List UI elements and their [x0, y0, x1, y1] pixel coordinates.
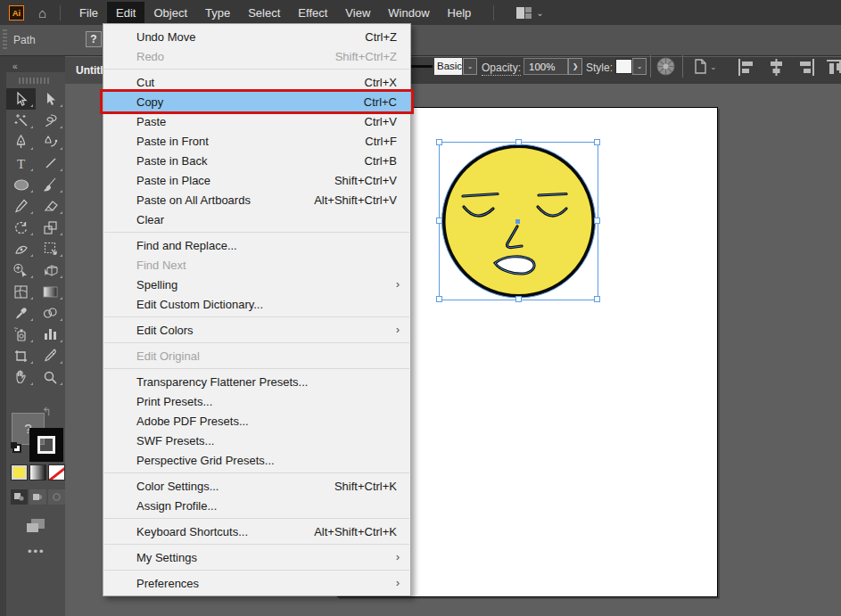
menu-item-paste-on-all-artboards[interactable]: Paste on All ArtboardsAlt+Shift+Ctrl+V — [103, 190, 410, 209]
align-left-icon[interactable] — [738, 59, 754, 76]
none-button[interactable] — [48, 464, 65, 480]
menubar-item-effect[interactable]: Effect — [289, 2, 336, 24]
selection-bounding-box[interactable] — [440, 143, 598, 300]
free-transform-tool[interactable] — [36, 238, 65, 259]
brush-definition-dropdown[interactable]: Basic — [434, 58, 462, 75]
menu-item-paste-in-front[interactable]: Paste in FrontCtrl+F — [103, 131, 410, 151]
menu-item-swf-presets[interactable]: SWF Presets... — [103, 431, 410, 450]
style-dropdown-chevron[interactable]: ⌄ — [632, 58, 647, 75]
home-icon[interactable]: ⌂ — [38, 6, 46, 20]
gradient-button[interactable] — [29, 464, 46, 480]
align-right-icon[interactable] — [798, 59, 815, 76]
vertical-align-center-icon[interactable] — [837, 59, 841, 76]
style-swatch[interactable] — [615, 59, 632, 74]
eraser-tool[interactable] — [36, 195, 65, 217]
menu-item-adobe-pdf-presets[interactable]: Adobe PDF Presets... — [103, 411, 410, 431]
selection-handle[interactable] — [436, 139, 442, 145]
menu-item-keyboard-shortcuts[interactable]: Keyboard Shortcuts...Alt+Shift+Ctrl+K — [103, 522, 410, 541]
lasso-tool[interactable] — [36, 110, 65, 131]
menu-item-paste-in-place[interactable]: Paste in PlaceShift+Ctrl+V — [103, 170, 410, 190]
menubar-item-select[interactable]: Select — [239, 2, 289, 24]
menu-item-clear[interactable]: Clear — [103, 209, 410, 229]
scale-tool[interactable] — [36, 217, 65, 238]
selection-handle[interactable] — [594, 218, 600, 224]
menu-item-color-settings[interactable]: Color Settings...Shift+Ctrl+K — [103, 476, 410, 496]
pen-tool[interactable] — [6, 131, 36, 152]
menu-item-spelling[interactable]: Spelling› — [103, 275, 410, 294]
screen-mode-button[interactable] — [26, 518, 45, 534]
menu-item-preferences[interactable]: Preferences› — [103, 573, 410, 593]
menu-item-my-settings[interactable]: My Settings› — [103, 547, 410, 567]
color-button[interactable] — [11, 464, 28, 480]
artboard-tool[interactable] — [6, 345, 36, 366]
selection-tool[interactable] — [6, 88, 36, 110]
selection-handle[interactable] — [594, 296, 600, 302]
illustrator-logo-icon[interactable]: Ai — [9, 5, 24, 21]
collapse-panel-button[interactable]: « — [12, 62, 17, 71]
menubar-item-file[interactable]: File — [70, 2, 107, 24]
selection-handle[interactable] — [436, 296, 442, 302]
menu-item-copy[interactable]: CopyCtrl+C — [103, 92, 410, 111]
menu-item-find-and-replace[interactable]: Find and Replace... — [103, 235, 410, 255]
mesh-tool[interactable] — [6, 281, 36, 302]
draw-behind-button[interactable] — [29, 489, 46, 505]
magic-wand-tool[interactable] — [6, 110, 36, 131]
selection-handle[interactable] — [515, 296, 522, 302]
recolor-artwork-icon[interactable] — [656, 57, 675, 76]
panel-grip[interactable] — [3, 29, 7, 51]
menu-item-print-presets[interactable]: Print Presets... — [103, 391, 410, 411]
symbol-sprayer-tool[interactable] — [6, 324, 36, 345]
opacity-spinner-button[interactable]: ❯ — [568, 58, 582, 75]
selection-handle[interactable] — [515, 139, 522, 145]
opacity-label[interactable]: Opacity: — [482, 62, 521, 76]
brush-dropdown-chevron[interactable]: ⌄ — [463, 58, 477, 75]
type-tool[interactable]: T — [6, 152, 36, 174]
default-fill-stroke-icon[interactable] — [10, 441, 21, 453]
shape-builder-tool[interactable] — [6, 259, 36, 281]
selection-handle[interactable] — [594, 139, 600, 145]
eyedropper-tool[interactable] — [6, 302, 36, 324]
width-tool[interactable] — [6, 238, 36, 259]
curvature-tool[interactable] — [36, 131, 65, 152]
menu-item-edit-colors[interactable]: Edit Colors› — [103, 320, 410, 340]
menu-item-undo-move[interactable]: Undo MoveCtrl+Z — [103, 27, 410, 46]
paintbrush-tool[interactable] — [36, 174, 65, 195]
menu-item-perspective-grid-presets[interactable]: Perspective Grid Presets... — [103, 450, 410, 470]
help-button[interactable]: ? — [86, 31, 102, 47]
menubar-item-view[interactable]: View — [336, 2, 379, 24]
draw-normal-button[interactable] — [11, 489, 28, 505]
stroke-color-swatch[interactable] — [29, 428, 63, 462]
menu-item-edit-custom-dictionary[interactable]: Edit Custom Dictionary... — [103, 294, 410, 314]
ellipse-tool[interactable] — [6, 174, 36, 195]
perspective-tool[interactable] — [36, 259, 65, 281]
menubar-item-window[interactable]: Window — [379, 2, 438, 24]
zoom-tool[interactable] — [36, 366, 65, 388]
pencil-tool[interactable] — [6, 195, 36, 217]
graph-tool[interactable] — [36, 324, 65, 345]
edit-toolbar-button[interactable]: ••• — [28, 545, 45, 558]
document-setup-button[interactable]: ⌄ — [692, 58, 717, 75]
draw-inside-button[interactable] — [48, 489, 65, 505]
rotate-tool[interactable] — [6, 217, 36, 238]
menu-item-label: Find and Replace... — [136, 239, 397, 252]
opacity-input[interactable]: 100% — [524, 58, 568, 75]
workspace-switcher-button[interactable]: ⌄ — [516, 7, 543, 19]
slice-tool[interactable] — [36, 345, 65, 366]
gradient-tool[interactable] — [36, 281, 65, 302]
menubar-item-object[interactable]: Object — [144, 2, 196, 24]
line-segment-tool[interactable] — [36, 152, 65, 174]
hand-tool[interactable] — [6, 366, 36, 388]
align-center-icon[interactable] — [768, 59, 785, 76]
menu-item-paste[interactable]: PasteCtrl+V — [103, 111, 410, 131]
menu-item-cut[interactable]: CutCtrl+X — [103, 72, 410, 92]
direct-selection-tool[interactable] — [36, 88, 65, 110]
menu-item-assign-profile[interactable]: Assign Profile... — [103, 496, 410, 515]
tools-panel-grip[interactable] — [19, 78, 51, 84]
selection-handle[interactable] — [436, 218, 442, 224]
menu-item-paste-in-back[interactable]: Paste in BackCtrl+B — [103, 151, 410, 170]
menu-item-transparency-flattener-presets[interactable]: Transparency Flattener Presets... — [103, 372, 410, 391]
blend-tool[interactable] — [36, 302, 65, 324]
menubar-item-help[interactable]: Help — [439, 2, 481, 24]
menubar-item-edit[interactable]: Edit — [107, 2, 144, 24]
menubar-item-type[interactable]: Type — [196, 2, 239, 24]
